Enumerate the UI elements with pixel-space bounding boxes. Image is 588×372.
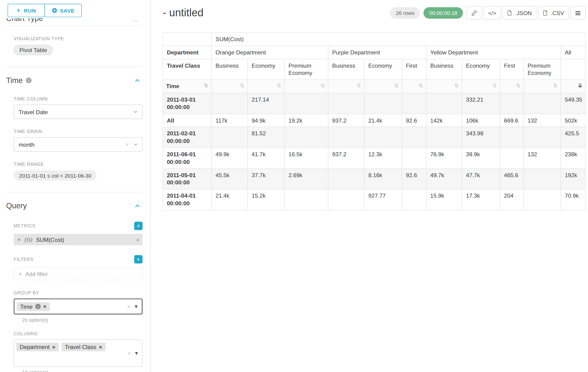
visualization-type-value[interactable]: Pivot Table — [14, 45, 53, 55]
control-panel: RUN SAVE Chart Type VISUALIZATION TYPE P… — [0, 0, 151, 372]
table-row: All117k94.9k19.2k937.221.4k92.6142k106k6… — [163, 114, 586, 127]
time-range-value[interactable]: 2011-01-01 ≤ col < 2011-06-30 — [14, 170, 97, 181]
selected-tag[interactable]: Department× — [16, 342, 59, 351]
value-cell: 49.7k — [426, 169, 462, 189]
tag-label: Time — [20, 303, 33, 310]
run-save-buttons: RUN SAVE — [8, 4, 143, 17]
sort-desc-icon[interactable]: ⇊ — [578, 83, 582, 89]
app-window: RUN SAVE Chart Type VISUALIZATION TYPE P… — [0, 0, 588, 372]
export-csv-button[interactable]: .CSV — [538, 6, 568, 20]
selected-tag[interactable]: Timei× — [17, 302, 50, 311]
value-cell — [524, 93, 561, 114]
row-header: 2011-04-01 00:00:00 — [163, 189, 211, 210]
chevron-right-icon[interactable]: › — [137, 236, 139, 243]
time-column-select[interactable]: Travel Date — [14, 105, 142, 119]
columns-select[interactable]: Department×Travel Class× × ▼ — [14, 340, 142, 367]
value-cell: 47.7k — [462, 169, 500, 189]
caret-down-icon[interactable]: ▼ — [135, 351, 138, 355]
value-cell — [500, 127, 523, 148]
row-header: 2011-03-01 00:00:00 — [163, 93, 211, 114]
class-header: First — [402, 59, 426, 80]
value-cell: 465.6 — [500, 169, 523, 189]
sort-icon[interactable]: ⇅ — [454, 83, 459, 89]
export-json-button[interactable]: .JSON — [502, 6, 536, 20]
chevron-down-icon — [133, 109, 138, 114]
time-column-label: TIME COLUMN — [14, 96, 142, 102]
add-filter-plus-button[interactable]: + — [134, 255, 142, 263]
value-cell — [402, 148, 426, 168]
sort-cell: ⇅ — [248, 80, 284, 93]
class-header: First — [500, 59, 523, 80]
pivot-table: SUM(Cost)DepartmentOrange DepartmentPurp… — [163, 32, 586, 210]
add-metric-button[interactable]: + — [134, 222, 142, 230]
remove-tag-icon[interactable]: × — [99, 344, 102, 350]
value-cell: 238k — [561, 148, 586, 168]
value-cell: 8.16k — [364, 169, 402, 189]
bolt-icon — [16, 8, 21, 13]
clear-icon[interactable]: × — [127, 304, 130, 309]
value-cell: 94.9k — [248, 114, 284, 127]
time-section-title: Time — [6, 76, 22, 85]
sort-icon[interactable]: ⇅ — [553, 83, 557, 89]
time-axis-header: Time⇅ — [163, 80, 211, 93]
sort-icon[interactable]: ⇅ — [394, 83, 399, 89]
columns-label: COLUMNS — [14, 331, 142, 336]
file-icon — [542, 10, 548, 16]
remove-tag-icon[interactable]: × — [43, 303, 46, 309]
sort-icon[interactable]: ⇅ — [357, 83, 361, 89]
value-cell: 343.98 — [462, 127, 500, 148]
sort-icon[interactable]: ⇅ — [419, 83, 423, 89]
drag-dots-icon — [133, 21, 134, 22]
value-cell — [328, 93, 364, 114]
run-button[interactable]: RUN — [8, 4, 45, 17]
pivot-class-row: Travel ClassBusinessEconomyPremium Econo… — [163, 59, 586, 80]
value-cell: 217.14 — [248, 93, 284, 114]
add-filter-button[interactable]: + Add filter — [14, 267, 142, 280]
link-icon — [471, 10, 478, 16]
sort-icon[interactable]: ⇅ — [516, 83, 520, 89]
share-link-button[interactable] — [466, 6, 482, 20]
chart-title[interactable]: - untitled — [163, 7, 204, 19]
chevron-up-icon[interactable] — [135, 203, 140, 209]
info-icon[interactable]: i — [35, 304, 41, 309]
hamburger-icon — [575, 10, 581, 16]
table-row: 2011-02-01 00:00:0081.52343.98425.5 — [163, 127, 586, 148]
metric-tag[interactable]: × ƒ(x) SUM(Cost) › — [14, 234, 142, 245]
sort-icon[interactable]: ⇅ — [240, 83, 244, 89]
pivot-group-row: DepartmentOrange DepartmentPurple Depart… — [163, 46, 586, 59]
code-icon: </> — [488, 10, 496, 16]
remove-tag-icon[interactable]: × — [52, 344, 55, 350]
clear-icon[interactable]: × — [128, 350, 131, 356]
sort-icon[interactable]: ⇅ — [204, 83, 208, 89]
save-button[interactable]: SAVE — [44, 4, 82, 17]
query-section-header[interactable]: Query — [6, 202, 142, 210]
sort-icon[interactable]: ⇅ — [321, 83, 325, 89]
time-section-header[interactable]: Time i — [6, 76, 142, 85]
value-cell: 92.6 — [402, 169, 426, 189]
remove-metric-icon[interactable]: × — [17, 236, 21, 243]
time-grain-select[interactable]: month × — [14, 137, 142, 152]
value-cell: 21.4k — [364, 114, 402, 127]
export-button-group: </> .JSON .CSV — [466, 6, 586, 20]
value-cell — [364, 127, 402, 148]
chevron-up-icon[interactable] — [135, 78, 140, 84]
info-icon[interactable]: i — [26, 78, 32, 84]
caret-down-icon[interactable]: ▼ — [135, 305, 137, 308]
value-cell: 19.2k — [284, 114, 328, 127]
view-query-button[interactable]: </> — [484, 6, 501, 20]
group-by-select[interactable]: Timei× × ▼ — [14, 298, 142, 315]
sort-icon[interactable]: ⇅ — [277, 83, 281, 89]
sort-icon[interactable]: ⇅ — [492, 83, 497, 89]
value-cell — [524, 127, 561, 148]
group-by-label: GROUP BY — [14, 290, 142, 296]
group-by-options-count: 20 option(s) — [22, 317, 142, 323]
value-cell — [328, 169, 364, 189]
sort-cell: ⇊ — [561, 80, 586, 93]
selected-tag[interactable]: Travel Class× — [61, 342, 105, 351]
clear-icon[interactable]: × — [126, 142, 129, 147]
value-cell: 425.5 — [561, 127, 586, 148]
menu-button[interactable] — [570, 6, 586, 20]
value-cell — [524, 169, 561, 189]
value-cell: 81.52 — [248, 127, 284, 148]
save-label: SAVE — [60, 7, 75, 13]
